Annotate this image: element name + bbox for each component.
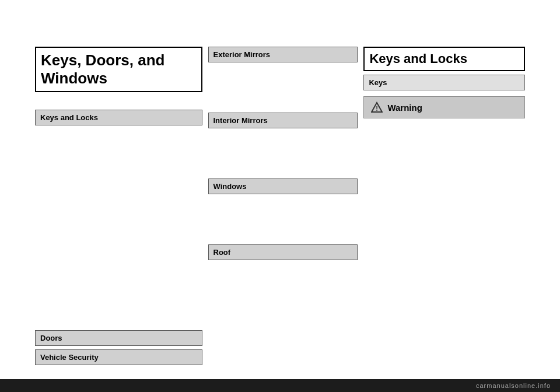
warning-box: ! Warning [363, 96, 525, 118]
left-column: Keys, Doors, and Windows Keys and Locks … [35, 47, 202, 369]
spacer-left [35, 129, 202, 237]
sidebar-item-keys-and-locks[interactable]: Keys and Locks [35, 110, 202, 125]
warning-label: Warning [387, 103, 422, 113]
content-area: Keys, Doors, and Windows Keys and Locks … [0, 0, 560, 392]
watermark-text: carmanualsonline.info [476, 382, 551, 389]
main-title: Keys, Doors, and Windows [35, 47, 202, 92]
right-column-title: Keys and Locks [363, 47, 525, 71]
middle-column: Exterior Mirrors Interior Mirrors Window… [202, 47, 358, 369]
sidebar-item-windows[interactable]: Windows [208, 178, 358, 194]
bottom-bar: carmanualsonline.info [0, 379, 560, 392]
interior-mirrors-section: Interior Mirrors [208, 113, 358, 132]
exterior-mirrors-section: Exterior Mirrors [208, 47, 358, 66]
warning-triangle-icon: ! [371, 102, 383, 113]
sidebar-item-vehicle-security[interactable]: Vehicle Security [35, 349, 202, 365]
roof-section: Roof [208, 244, 358, 264]
windows-section: Windows [208, 178, 358, 198]
sidebar-item-exterior-mirrors[interactable]: Exterior Mirrors [208, 47, 358, 62]
svg-text:!: ! [376, 105, 379, 112]
right-column: Keys and Locks Keys ! Warning [358, 47, 525, 369]
sidebar-item-roof[interactable]: Roof [208, 244, 358, 260]
page-container: Keys, Doors, and Windows Keys and Locks … [0, 0, 560, 392]
doors-section: Doors Vehicle Security [35, 237, 202, 369]
sidebar-item-doors[interactable]: Doors [35, 330, 202, 346]
sidebar-item-interior-mirrors[interactable]: Interior Mirrors [208, 113, 358, 128]
keys-subsection-header[interactable]: Keys [363, 75, 525, 90]
